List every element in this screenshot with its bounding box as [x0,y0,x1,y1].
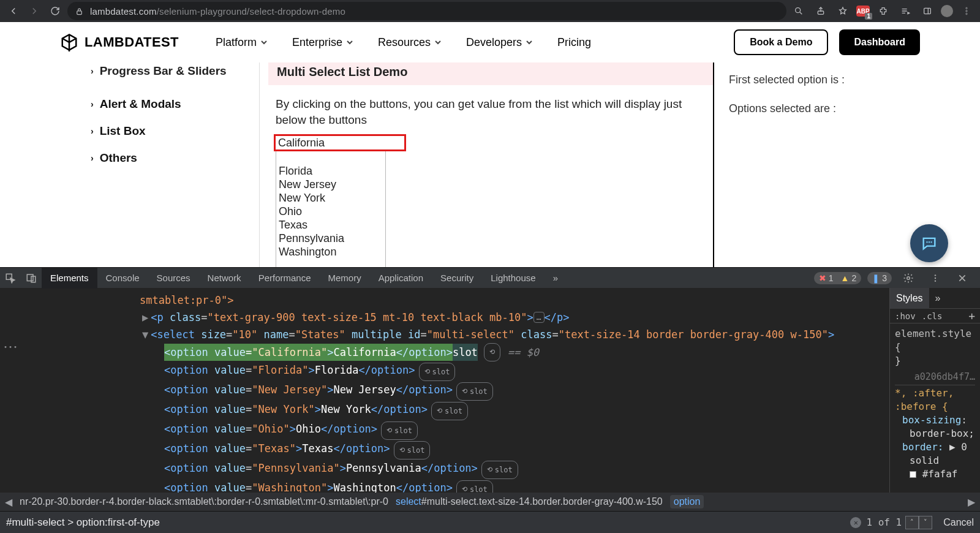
option-florida[interactable]: Florida [276,164,385,178]
find-count: 1 of 1 [866,516,902,528]
page-content: ›Progress Bar & Sliders ›Alert & Modals … [0,62,980,267]
svg-point-14 [935,274,936,276]
svg-point-16 [935,280,936,281]
option-ohio[interactable]: Ohio [276,205,385,218]
address-bar[interactable]: lambdatest.com/selenium-playground/selec… [67,2,786,20]
bookmark-star-icon[interactable] [834,2,851,20]
tab-network[interactable]: Network [199,268,250,289]
svg-point-4 [966,7,967,9]
dom-option-line[interactable]: <option value="Florida">Florida</option>… [7,361,882,381]
find-cancel-button[interactable]: Cancel [943,517,974,528]
logo-icon [60,33,78,51]
option-texas[interactable]: Texas [276,218,385,232]
devtools-tabs: Elements Console Sources Network Perform… [0,267,980,288]
options-selected-label: Options selected are : [729,102,920,115]
profile-avatar[interactable] [941,5,953,17]
playlist-icon[interactable] [897,2,914,20]
find-prev-button[interactable]: ˄ [905,516,919,529]
kebab-menu-icon[interactable] [958,2,975,20]
elements-breadcrumb[interactable]: ◀ nr-20.pr-30.border-r-4.border-black.sm… [0,493,980,511]
svg-rect-3 [924,8,931,13]
extensions-icon[interactable] [875,2,892,20]
nav-pricing[interactable]: Pricing [557,36,591,49]
nav-resources[interactable]: Resources [378,36,442,49]
nav-reload-button[interactable] [47,2,64,20]
hov-toggle[interactable]: :hov [895,311,916,321]
find-bar: ✕ 1 of 1 ˄ ˅ Cancel [0,511,980,533]
svg-point-15 [935,277,936,278]
device-toggle-icon[interactable] [21,268,42,289]
tab-security[interactable]: Security [432,268,482,289]
info-badge[interactable]: ❚3 [867,272,892,284]
share-icon[interactable] [812,2,829,20]
demo-description: By clicking on the buttons, you can get … [276,96,697,127]
sidebar-item-others[interactable]: ›Others [60,145,259,172]
svg-point-1 [796,8,801,13]
zoom-icon[interactable] [790,2,807,20]
svg-point-6 [966,13,967,14]
nav-developers[interactable]: Developers [466,36,533,49]
elements-tree[interactable]: ••• smtablet:pr-0"> ▶<p class="text-gray… [0,288,889,493]
tabs-overflow-icon[interactable]: » [545,268,567,289]
tab-performance[interactable]: Performance [250,268,320,289]
tab-application[interactable]: Application [370,268,432,289]
dom-option-line[interactable]: <option value="Washington">Washington</o… [7,479,882,493]
url-text: lambdatest.com/selenium-playground/selec… [90,6,345,17]
nav-enterprise[interactable]: Enterprise [292,36,353,49]
svg-point-7 [926,241,927,243]
find-input[interactable] [6,516,850,529]
chat-fab[interactable] [910,224,948,262]
inspect-tool-icon[interactable] [0,268,21,289]
panel-icon[interactable] [919,2,936,20]
sidebar-item-progress[interactable]: ›Progress Bar & Sliders [60,62,259,85]
devtools-kebab-icon[interactable] [925,268,946,289]
tab-lighthouse[interactable]: Lighthouse [482,268,544,289]
tab-memory[interactable]: Memory [320,268,370,289]
dom-option-line[interactable]: <option value="Texas">Texas</option>slot [7,440,882,459]
tab-console[interactable]: Console [97,268,148,289]
nav-forward-button[interactable] [26,2,43,20]
tab-sources[interactable]: Sources [148,268,199,289]
styles-overflow-icon[interactable]: » [929,288,947,309]
dom-option-line[interactable]: <option value="Pennsylvania">Pennsylvani… [7,459,882,479]
option-newyork[interactable]: New York [276,191,385,205]
first-selected-label: First selected option is : [729,74,920,86]
bc-select[interactable]: #multi-select.text-size-14.border.border… [421,496,663,507]
option-california[interactable]: California [274,134,406,151]
option-newjersey[interactable]: New Jersey [276,178,385,191]
multi-select[interactable]: California Florida New Jersey New York O… [276,134,386,267]
devtools-close-icon[interactable] [952,268,973,289]
option-pennsylvania[interactable]: Pennsylvania [276,232,385,245]
demo-output: First selected option is : Options selec… [713,62,920,267]
svg-rect-0 [77,10,82,14]
dashboard-button[interactable]: Dashboard [839,29,920,55]
demo-panel: Multi Select List Demo By clicking on th… [259,62,920,267]
book-demo-button[interactable]: Book a Demo [734,29,828,55]
svg-rect-11 [27,274,33,281]
clear-find-icon[interactable]: ✕ [850,517,861,528]
logo[interactable]: LAMBDATEST [60,33,179,51]
dom-option-line[interactable]: <option value="Ohio">Ohio</option>slot [7,420,882,440]
sidebar-item-alert[interactable]: ›Alert & Modals [60,91,259,118]
svg-point-9 [930,241,932,243]
styles-rules[interactable]: element.style { } a0206db4f7… *, :after,… [890,323,980,493]
find-next-button[interactable]: ˅ [919,516,932,529]
dom-option-line[interactable]: <option value="New York">New York</optio… [7,401,882,420]
browser-toolbar: lambdatest.com/selenium-playground/selec… [0,0,980,22]
styles-tab[interactable]: Styles [890,288,929,309]
nav-back-button[interactable] [5,2,22,20]
adblock-extension-icon[interactable]: ABP [856,6,870,17]
tab-elements[interactable]: Elements [42,268,97,289]
add-rule-icon[interactable]: + [968,309,975,322]
styles-panel: Styles » :hov .cls + element.style { } a… [889,288,980,493]
sidebar-item-listbox[interactable]: ›List Box [60,118,259,145]
bc-option[interactable]: option [670,495,704,508]
cls-toggle[interactable]: .cls [922,311,943,321]
settings-gear-icon[interactable] [898,268,919,289]
issues-badge[interactable]: ✖1 ▲2 [814,272,861,284]
nav-platform[interactable]: Platform [216,36,268,49]
option-washington[interactable]: Washington [276,245,385,259]
dom-option-line[interactable]: <option value="New Jersey">New Jersey</o… [7,381,882,401]
devtools: Elements Console Sources Network Perform… [0,267,980,533]
site-header: LAMBDATEST Platform Enterprise Resources… [0,22,980,62]
